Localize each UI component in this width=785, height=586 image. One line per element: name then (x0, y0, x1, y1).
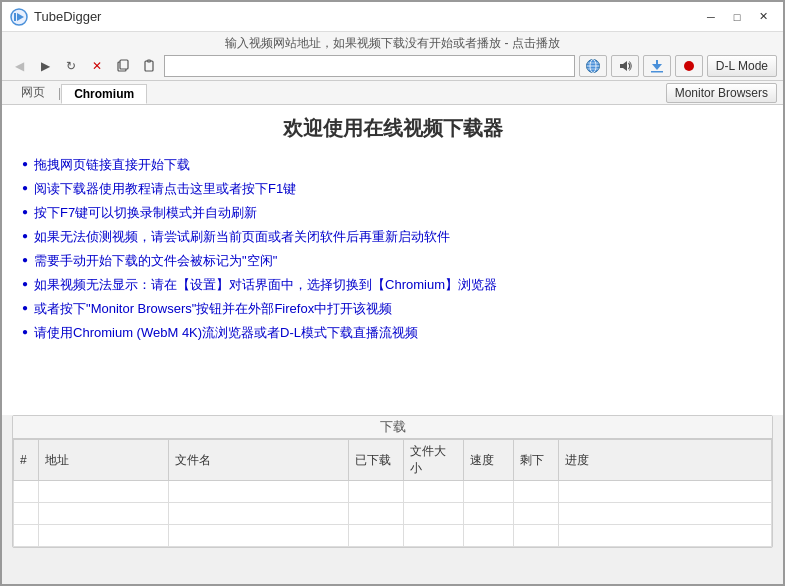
download-arrow-button[interactable] (643, 55, 671, 77)
main-content: 欢迎使用在线视频下载器 拖拽网页链接直接开始下载阅读下载器使用教程请点击这里或者… (2, 105, 783, 415)
table-row (14, 481, 772, 503)
feature-item: 如果视频无法显示：请在【设置】对话界面中，选择切换到【Chromium】浏览器 (22, 276, 763, 294)
feature-item: 如果无法侦测视频，请尝试刷新当前页面或者关闭软件后再重新启动软件 (22, 228, 763, 246)
svg-rect-2 (14, 13, 16, 21)
feature-item: 请使用Chromium (WebM 4K)流浏览器或者D-L模式下载直播流视频 (22, 324, 763, 342)
minimize-button[interactable]: ─ (699, 7, 723, 27)
feature-item: 按下F7键可以切换录制模式并自动刷新 (22, 204, 763, 222)
dl-mode-button[interactable]: D-L Mode (707, 55, 777, 77)
toolbar-hint: 输入视频网站地址，如果视频下载没有开始或者播放 - 点击播放 (8, 35, 777, 52)
tab-group: 网页 | Chromium (8, 81, 147, 104)
col-header-speed: 速度 (464, 440, 514, 481)
toolbar-main: ◀ ▶ ↻ ✕ D-L Mode (8, 55, 777, 77)
download-table: # 地址 文件名 已下载 文件大小 速度 剩下 进度 (13, 439, 772, 547)
col-header-dled: 已下载 (349, 440, 404, 481)
refresh-button[interactable]: ↻ (60, 55, 82, 77)
col-header-size: 文件大小 (404, 440, 464, 481)
maximize-button[interactable]: □ (725, 7, 749, 27)
url-input[interactable] (164, 55, 575, 77)
download-table-body (14, 481, 772, 547)
col-header-progress: 进度 (559, 440, 772, 481)
forward-button[interactable]: ▶ (34, 55, 56, 77)
download-header: 下载 (13, 416, 772, 439)
table-header-row: # 地址 文件名 已下载 文件大小 速度 剩下 进度 (14, 440, 772, 481)
tab-web[interactable]: 网页 (8, 81, 58, 104)
feature-item: 拖拽网页链接直接开始下载 (22, 156, 763, 174)
monitor-browsers-button[interactable]: Monitor Browsers (666, 83, 777, 103)
title-bar-left: TubeDigger (10, 8, 101, 26)
feature-item: 需要手动开始下载的文件会被标记为"空闲" (22, 252, 763, 270)
globe-button[interactable] (579, 55, 607, 77)
toolbar: 输入视频网站地址，如果视频下载没有开始或者播放 - 点击播放 ◀ ▶ ↻ ✕ D… (2, 32, 783, 81)
svg-rect-4 (120, 60, 128, 69)
feature-item: 阅读下载器使用教程请点击这里或者按下F1键 (22, 180, 763, 198)
col-header-remain: 剩下 (514, 440, 559, 481)
tab-bar: 网页 | Chromium Monitor Browsers (2, 81, 783, 105)
feature-list: 拖拽网页链接直接开始下载阅读下载器使用教程请点击这里或者按下F1键按下F7键可以… (22, 156, 763, 342)
svg-rect-14 (656, 60, 658, 65)
title-bar: TubeDigger ─ □ ✕ (2, 2, 783, 32)
app-logo (10, 8, 28, 26)
copy-button[interactable] (112, 55, 134, 77)
svg-point-16 (684, 61, 694, 71)
col-header-addr: 地址 (39, 440, 169, 481)
feature-item: 或者按下"Monitor Browsers"按钮并在外部Firefox中打开该视… (22, 300, 763, 318)
welcome-title: 欢迎使用在线视频下载器 (22, 115, 763, 142)
back-button[interactable]: ◀ (8, 55, 30, 77)
tab-chromium[interactable]: Chromium (61, 84, 147, 104)
close-button[interactable]: ✕ (751, 7, 775, 27)
svg-rect-6 (147, 60, 151, 62)
table-row (14, 525, 772, 547)
title-bar-controls: ─ □ ✕ (699, 7, 775, 27)
svg-marker-12 (620, 61, 627, 71)
record-button[interactable] (675, 55, 703, 77)
col-header-fname: 文件名 (169, 440, 349, 481)
svg-rect-15 (651, 71, 663, 73)
speaker-button[interactable] (611, 55, 639, 77)
app-title: TubeDigger (34, 9, 101, 24)
download-section: 下载 # 地址 文件名 已下载 文件大小 速度 剩下 进度 (12, 415, 773, 548)
stop-button[interactable]: ✕ (86, 55, 108, 77)
paste-button[interactable] (138, 55, 160, 77)
table-row (14, 503, 772, 525)
col-header-num: # (14, 440, 39, 481)
